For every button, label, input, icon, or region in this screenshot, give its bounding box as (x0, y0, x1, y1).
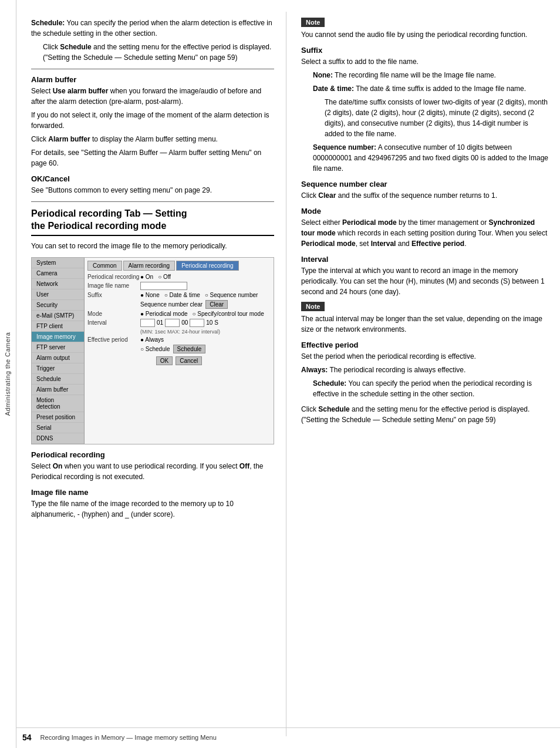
ss-periodical-radios: ● On ○ Off (140, 274, 171, 280)
ss-effective-radios: ● Always (140, 336, 164, 343)
ss-suffix-none: ● None (140, 292, 160, 298)
ss-effective-schedule-radio: ○ Schedule (140, 346, 170, 352)
ss-nav-camera: Camera (32, 268, 84, 279)
ss-tabs: Common Alarm recording Periodical record… (87, 261, 271, 271)
ss-mode-radios: ● Periodical mode ○ Specify/control tour… (140, 311, 264, 317)
ss-nav-alarm-buf: Alarm buffer (32, 385, 84, 395)
ss-nav-schedule: Schedule (32, 374, 84, 385)
page-number: 54 (22, 733, 32, 742)
ss-footer-btns: OK Cancel (87, 356, 271, 365)
ss-nav-user: User (32, 289, 84, 300)
ss-cancel-btn[interactable]: Cancel (176, 356, 202, 365)
ss-nav: System Camera Network User Security e-Ma… (32, 258, 85, 444)
effective-schedule: Schedule: You can specify the period whe… (313, 378, 548, 399)
effective-text: Set the period when the periodical recor… (301, 351, 548, 362)
main-content: Schedule: You can specify the period whe… (16, 0, 560, 748)
ss-periodical-label: Periodical recording (87, 274, 140, 280)
effective-heading: Effective period (301, 341, 548, 349)
alarm-buffer-p3: Click Alarm buffer to display the Alarm … (31, 134, 274, 144)
big-heading-line2: the Periodical recording mode (31, 221, 166, 231)
ss-periodical-row: Periodical recording ● On ○ Off (87, 274, 271, 280)
ss-effective-row: Effective period ● Always (87, 336, 271, 343)
ss-clear-btn[interactable]: Clear (205, 300, 228, 309)
ss-s-label: 10 S (206, 319, 218, 326)
suffix-date-detail: The date/time suffix consists of lower t… (325, 97, 548, 139)
ss-nav-security: Security (32, 300, 84, 311)
ss-suffix-row: Suffix ● None ○ Date & time ○ Sequence n… (87, 292, 271, 298)
footer-text: Recording Images in Memory — Image memor… (41, 734, 217, 741)
ss-radio-on: ● On (140, 274, 153, 280)
ss-effective-schedule-row: ○ Schedule Schedule (87, 345, 271, 353)
ok-cancel-heading: OK/Cancel (31, 174, 274, 183)
schedule-click-bold: Schedule (60, 43, 91, 51)
seq-clear-heading: Sequence number clear (301, 180, 548, 188)
ss-seqclear-row: Sequence number clear Clear (87, 300, 271, 309)
ss-seqclear-text: Sequence number clear (140, 301, 203, 308)
ss-layout: System Camera Network User Security e-Ma… (32, 258, 274, 444)
ss-imagefile-input (140, 282, 187, 290)
schedule-bold: Schedule: (31, 19, 65, 27)
alarm-buffer-p1: Select Use alarm buffer when you forward… (31, 86, 274, 107)
screenshot-simulation: System Camera Network User Security e-Ma… (31, 257, 274, 444)
mode-heading: Mode (301, 207, 548, 215)
ss-nav-serial: Serial (32, 423, 84, 433)
ss-tab-periodical: Periodical recording (176, 261, 238, 271)
ss-schedule-btn[interactable]: Schedule (173, 345, 206, 353)
ss-nav-image-memory: Image memory (32, 332, 84, 342)
big-heading-desc: You can set to record the image file to … (31, 241, 274, 251)
ok-cancel-text: See "Buttons common to every setting men… (31, 185, 274, 196)
schedule-click-text: Click Schedule and the setting menu for … (43, 42, 274, 63)
alarm-buffer-p2: If you do not select it, only the image … (31, 110, 274, 131)
ss-content-area: Common Alarm recording Periodical record… (85, 258, 274, 444)
ss-interval-hint-row: (MIN: 1sec MAX: 24-hour interval) (87, 329, 271, 335)
big-heading-line1: Periodical recording Tab — Setting (31, 208, 187, 218)
note-text-1: You cannot send the audio file by using … (301, 29, 548, 40)
ss-effective-label: Effective period (87, 336, 140, 343)
ss-interval-s (190, 319, 204, 327)
ss-interval-hint: (MIN: 1sec MAX: 24-hour interval) (140, 329, 220, 335)
mode-text: Select either Periodical mode by the tim… (301, 217, 548, 249)
suffix-none: None: The recording file name will be th… (313, 70, 548, 80)
ss-interval-m (165, 319, 180, 327)
ss-mode-periodical: ● Periodical mode (140, 311, 188, 317)
note-label-2: Note (301, 302, 325, 311)
ss-effective-always: ● Always (140, 336, 164, 343)
ss-suffix-label: Suffix (87, 292, 140, 298)
note-container-2: Note The actual interval may be longer t… (301, 302, 548, 335)
ss-radio-off: ○ Off (158, 274, 171, 280)
suffix-seq: Sequence number: A consecutive number of… (313, 142, 548, 174)
alarm-buffer-p4: For details, see "Setting the Alarm Buff… (31, 147, 274, 169)
ss-nav-system: System (32, 258, 84, 268)
page-footer: 54 Recording Images in Memory — Image me… (16, 727, 560, 742)
ss-interval-row: Interval 01 00 10 S (87, 319, 271, 327)
ss-suffix-date: ○ Date & time (164, 292, 200, 298)
suffix-heading: Suffix (301, 46, 548, 55)
big-section-heading: Periodical recording Tab — Setting the P… (31, 208, 274, 236)
suffix-desc: Select a suffix to add to the file name. (301, 56, 548, 67)
alarm-buffer-heading: Alarm buffer (31, 75, 274, 84)
seq-clear-text: Click Clear and the suffix of the sequen… (301, 190, 548, 201)
ss-nav-ftp-server: FTP server (32, 342, 84, 353)
page-wrapper: Administrating the Camera Schedule: You … (0, 0, 560, 748)
ss-mode-synch: ○ Specify/control tour mode (193, 311, 264, 317)
ss-m-label: 00 (181, 319, 188, 326)
schedule-click-prefix: Click (43, 43, 60, 51)
suffix-date: Date & time: The date & time suffix is a… (313, 83, 548, 94)
image-file-name-text: Type the file name of the image recorded… (31, 498, 274, 520)
schedule-intro: Schedule: You can specify the period whe… (31, 18, 274, 39)
periodical-recording-heading: Periodical recording (31, 450, 274, 459)
ss-tab-common: Common (87, 261, 122, 271)
ss-suffix-radios: ● None ○ Date & time ○ Sequence number (140, 292, 258, 298)
ss-nav-alarm-out: Alarm output (32, 353, 84, 363)
ss-ok-btn[interactable]: OK (156, 356, 173, 365)
ss-nav-ftp: FTP client (32, 321, 84, 332)
ss-interval-h (140, 319, 155, 327)
ss-h-label: 01 (157, 319, 163, 326)
ss-interval-inputs: 01 00 10 S (140, 319, 218, 327)
ss-mode-label: Mode (87, 311, 140, 317)
note-label-1: Note (301, 18, 325, 27)
ss-nav-ddns: DDNS (32, 433, 84, 444)
sidebar: Administrating the Camera (0, 0, 16, 748)
periodical-recording-text: Select On when you want to use periodica… (31, 461, 274, 482)
ss-nav-motion: Motion detection (32, 395, 84, 412)
